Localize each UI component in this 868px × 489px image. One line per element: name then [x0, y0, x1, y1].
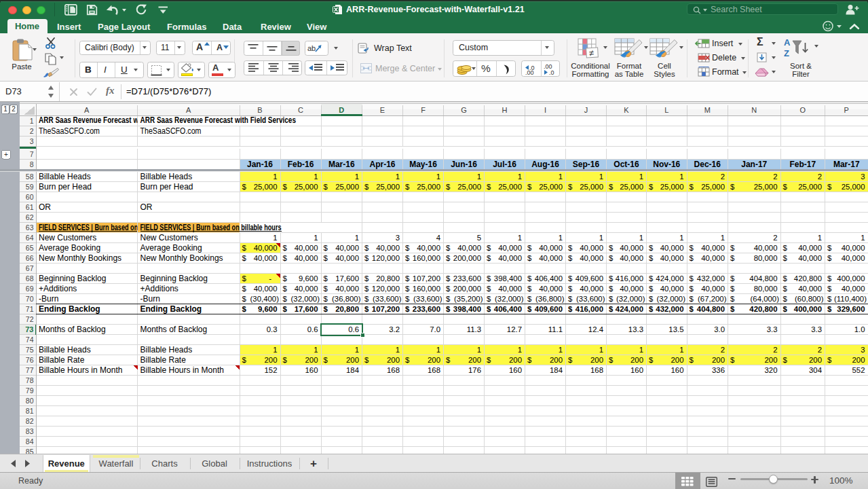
svg-text:May-16: May-16	[409, 160, 437, 169]
svg-text:70: 70	[26, 295, 34, 303]
svg-text:233,600: 233,600	[453, 274, 481, 283]
svg-text:3: 3	[396, 234, 400, 242]
svg-text:1: 1	[314, 173, 318, 181]
svg-text:40,000: 40,000	[798, 244, 822, 252]
svg-text:420,800: 420,800	[794, 274, 822, 283]
svg-text:409,600: 409,600	[575, 274, 603, 283]
svg-text:Jan-17: Jan-17	[741, 160, 767, 169]
svg-text:40,000: 40,000	[620, 285, 643, 293]
svg-text:40,000: 40,000	[335, 254, 359, 262]
svg-text:1: 1	[639, 173, 643, 181]
svg-text:$: $	[405, 244, 410, 252]
svg-text:200: 200	[387, 356, 400, 364]
svg-text:Billable Heads: Billable Heads	[39, 345, 91, 355]
svg-text:0.6: 0.6	[348, 325, 359, 333]
svg-text:Average Booking: Average Booking	[140, 243, 202, 253]
svg-text:1: 1	[679, 234, 683, 242]
svg-text:$: $	[446, 285, 451, 293]
svg-text:1: 1	[639, 234, 643, 242]
svg-text:P: P	[844, 106, 849, 114]
svg-text:Z: Z	[784, 48, 789, 58]
svg-text:409,600: 409,600	[535, 305, 563, 313]
svg-text:40,000: 40,000	[798, 285, 822, 293]
svg-text:200: 200	[550, 356, 563, 364]
svg-text:$: $	[446, 356, 451, 364]
svg-text:$: $	[487, 295, 491, 303]
svg-text:107,200: 107,200	[413, 274, 440, 283]
svg-text:Nov-16: Nov-16	[653, 160, 680, 169]
svg-text:$: $	[283, 295, 288, 303]
svg-text:$: $	[649, 305, 654, 313]
svg-text:$: $	[568, 274, 573, 283]
svg-text:40,000: 40,000	[295, 285, 318, 293]
svg-text:$: $	[242, 305, 247, 313]
svg-text:$: $	[242, 254, 247, 262]
svg-text:40,000: 40,000	[539, 285, 563, 293]
svg-text:$: $	[690, 295, 694, 303]
svg-text:$: $	[527, 254, 532, 262]
svg-text:$: $	[405, 356, 410, 364]
svg-text:1: 1	[477, 346, 481, 354]
svg-text:84: 84	[26, 437, 34, 446]
svg-text:9,600: 9,600	[258, 305, 278, 313]
svg-text:$: $	[649, 274, 654, 283]
svg-text:1: 1	[599, 173, 603, 181]
svg-text:E: E	[380, 106, 385, 114]
svg-text:$: $	[609, 356, 614, 364]
svg-text:2: 2	[773, 173, 777, 181]
svg-text:40,000: 40,000	[539, 254, 563, 262]
svg-text:$: $	[609, 254, 614, 262]
svg-text:$: $	[487, 305, 491, 313]
svg-text:40,000: 40,000	[701, 285, 725, 293]
svg-text:1: 1	[355, 234, 359, 242]
svg-text:I: I	[544, 106, 546, 114]
svg-text:$: $	[487, 285, 491, 293]
svg-text:$: $	[568, 285, 573, 293]
svg-text:Billable Hours in Month: Billable Hours in Month	[140, 365, 224, 375]
svg-text:$: $	[405, 183, 410, 191]
svg-text:Ending Backlog: Ending Backlog	[39, 304, 100, 314]
svg-text:(32,000): (32,000)	[616, 295, 645, 303]
svg-text:12.4: 12.4	[588, 325, 603, 333]
svg-text:(35,200): (35,200)	[454, 295, 483, 303]
svg-text:(110,400): (110,400)	[834, 295, 867, 303]
svg-text:25,000: 25,000	[417, 183, 440, 191]
svg-text:$: $	[446, 244, 451, 252]
svg-text:$: $	[568, 305, 573, 313]
svg-text:$: $	[827, 285, 832, 293]
svg-text:4: 4	[436, 234, 440, 242]
svg-text:1: 1	[518, 234, 522, 242]
svg-text:8: 8	[30, 160, 34, 168]
svg-text:$: $	[364, 295, 369, 303]
svg-text:C: C	[298, 106, 303, 114]
svg-text:1: 1	[355, 346, 359, 354]
svg-text:200: 200	[671, 356, 683, 364]
svg-text:$: $	[487, 183, 491, 191]
svg-text:1: 1	[679, 173, 683, 181]
svg-text:25,000: 25,000	[539, 183, 563, 191]
svg-text:(33,600): (33,600)	[373, 295, 402, 303]
svg-text:$: $	[446, 254, 451, 262]
svg-text:40,000: 40,000	[254, 285, 278, 293]
svg-text:$: $	[364, 305, 369, 313]
svg-text:TheSaaSCFO.com: TheSaaSCFO.com	[39, 126, 100, 136]
svg-text:400,000: 400,000	[794, 305, 822, 313]
svg-text:$: $	[405, 295, 410, 303]
svg-text:40,000: 40,000	[842, 254, 865, 262]
svg-text:200: 200	[852, 356, 865, 364]
svg-text:$: $	[730, 295, 735, 303]
svg-text:1: 1	[314, 234, 318, 242]
svg-text:424,000: 424,000	[616, 305, 643, 313]
svg-text:$: $	[609, 305, 614, 313]
svg-text:67: 67	[26, 264, 34, 272]
svg-text:Apr-16: Apr-16	[369, 160, 395, 169]
svg-text:N: N	[751, 106, 757, 114]
svg-text:40,000: 40,000	[701, 254, 725, 262]
svg-text:40,000: 40,000	[417, 244, 440, 252]
svg-text:200: 200	[346, 356, 359, 364]
svg-text:Ending Backlog: Ending Backlog	[140, 304, 202, 314]
svg-text:$: $	[568, 356, 573, 364]
svg-text:(32,000): (32,000)	[291, 295, 320, 303]
svg-text:$: $	[283, 254, 288, 262]
svg-text:25,000: 25,000	[376, 183, 400, 191]
